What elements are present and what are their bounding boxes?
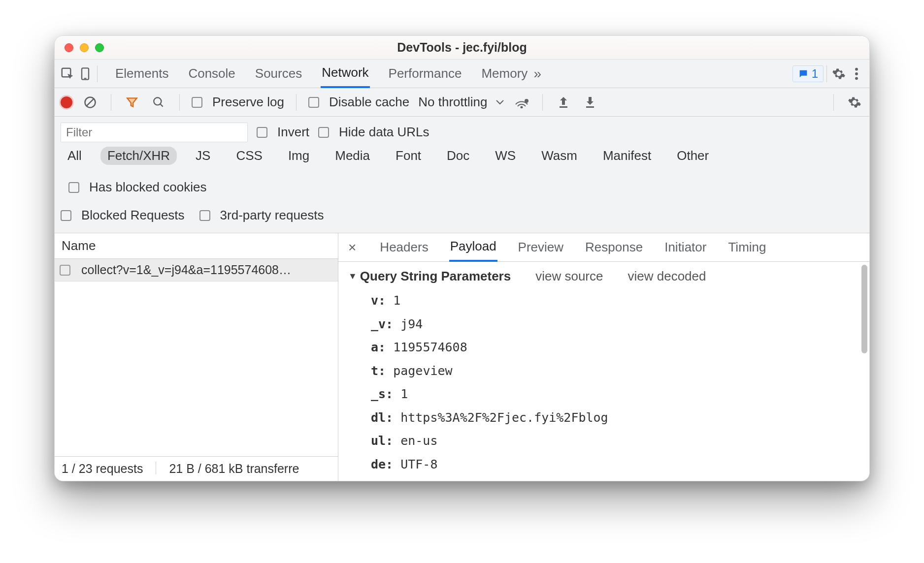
type-filter-media[interactable]: Media xyxy=(328,147,377,165)
window-title: DevTools - jec.fyi/blog xyxy=(55,40,869,55)
hide-data-urls-checkbox[interactable]: Hide data URLs xyxy=(318,122,429,143)
type-filter-font[interactable]: Font xyxy=(389,147,428,165)
query-param-row: ul: en-us xyxy=(371,429,858,453)
param-value: pageview xyxy=(393,364,452,378)
type-filter-other[interactable]: Other xyxy=(670,147,716,165)
svg-rect-12 xyxy=(560,106,567,108)
type-filter-doc[interactable]: Doc xyxy=(440,147,476,165)
query-param-row: _v: j94 xyxy=(371,313,858,336)
type-filter-ws[interactable]: WS xyxy=(488,147,523,165)
chevron-down-icon xyxy=(496,100,504,105)
type-filter-css[interactable]: CSS xyxy=(229,147,269,165)
param-key: _s: xyxy=(371,387,393,401)
window-close-button[interactable] xyxy=(65,43,73,52)
upload-har-icon[interactable] xyxy=(555,94,572,111)
type-filter-all[interactable]: All xyxy=(61,147,89,165)
detail-tab-initiator[interactable]: Initiator xyxy=(663,234,707,261)
query-param-row: de: UTF-8 xyxy=(371,453,858,476)
query-param-row: _s: 1 xyxy=(371,382,858,406)
hide-data-urls-label: Hide data URLs xyxy=(339,125,429,140)
view-source-link[interactable]: view source xyxy=(535,269,603,284)
blocked-requests-label: Blocked Requests xyxy=(81,208,185,223)
disable-cache-label: Disable cache xyxy=(329,94,409,110)
query-param-row: v: 1 xyxy=(371,289,858,313)
type-filter-js[interactable]: JS xyxy=(189,147,217,165)
param-value: j94 xyxy=(400,317,423,331)
requests-count: 1 / 23 requests xyxy=(62,462,143,476)
svg-point-11 xyxy=(525,99,528,103)
detail-tab-payload[interactable]: Payload xyxy=(449,233,497,262)
clear-icon[interactable] xyxy=(81,94,99,111)
query-param-row: a: 1195574608 xyxy=(371,336,858,359)
request-row[interactable]: collect?v=1&_v=j94&a=1195574608… xyxy=(55,259,338,282)
third-party-label: 3rd-party requests xyxy=(220,208,324,223)
name-column-header[interactable]: Name xyxy=(55,233,338,259)
param-key: ul: xyxy=(371,434,393,448)
network-conditions-icon[interactable] xyxy=(513,94,530,111)
has-blocked-cookies-checkbox[interactable]: Has blocked cookies xyxy=(68,177,206,198)
download-har-icon[interactable] xyxy=(581,94,599,111)
tab-network[interactable]: Network xyxy=(321,59,369,88)
detail-tab-timing[interactable]: Timing xyxy=(727,234,767,261)
section-title: Query String Parameters xyxy=(360,269,511,284)
svg-point-4 xyxy=(855,72,858,75)
preserve-log-label: Preserve log xyxy=(212,94,284,110)
section-toggle[interactable]: ▼ Query String Parameters xyxy=(348,269,511,284)
view-decoded-link[interactable]: view decoded xyxy=(627,269,706,284)
transferred-size: 21 B / 681 kB transferre xyxy=(169,462,299,476)
search-icon[interactable] xyxy=(150,94,167,111)
invert-checkbox[interactable]: Invert xyxy=(257,122,309,143)
titlebar: DevTools - jec.fyi/blog xyxy=(55,36,869,60)
svg-point-5 xyxy=(855,77,858,80)
detail-tab-headers[interactable]: Headers xyxy=(379,234,429,261)
tab-sources[interactable]: Sources xyxy=(254,60,303,87)
tab-console[interactable]: Console xyxy=(187,60,236,87)
device-toggle-icon[interactable] xyxy=(76,65,94,83)
record-button[interactable] xyxy=(61,96,72,108)
more-tabs-button[interactable]: » xyxy=(528,65,546,83)
param-key: v: xyxy=(371,293,386,308)
type-filter-manifest[interactable]: Manifest xyxy=(596,147,658,165)
request-list-pane: Name collect?v=1&_v=j94&a=1195574608… 1 … xyxy=(55,233,338,481)
preserve-log-checkbox[interactable]: Preserve log xyxy=(192,92,284,113)
throttling-select[interactable]: No throttling xyxy=(418,94,504,110)
query-param-row: dl: https%3A%2F%2Fjec.fyi%2Fblog xyxy=(371,406,858,430)
scrollbar[interactable] xyxy=(861,265,867,353)
type-filter-img[interactable]: Img xyxy=(281,147,316,165)
param-key: t: xyxy=(371,364,386,378)
settings-icon[interactable] xyxy=(830,65,848,83)
detail-tab-preview[interactable]: Preview xyxy=(517,234,564,261)
filter-input[interactable] xyxy=(61,123,248,142)
filter-icon[interactable] xyxy=(123,94,141,111)
type-filter-wasm[interactable]: Wasm xyxy=(534,147,584,165)
filter-bar: Invert Hide data URLs xyxy=(55,117,869,144)
tab-elements[interactable]: Elements xyxy=(114,60,169,87)
param-value: 1 xyxy=(400,387,408,401)
param-value: 1195574608 xyxy=(393,340,467,354)
svg-rect-13 xyxy=(586,106,594,108)
kebab-menu-icon[interactable] xyxy=(848,65,865,83)
param-value: en-us xyxy=(400,434,437,448)
param-value: 1 xyxy=(393,293,400,308)
main-tabstrip: ElementsConsoleSourcesNetworkPerformance… xyxy=(55,60,869,88)
disable-cache-checkbox[interactable]: Disable cache xyxy=(308,92,409,113)
third-party-checkbox[interactable]: 3rd-party requests xyxy=(199,205,324,226)
inspect-icon[interactable] xyxy=(59,65,76,83)
param-value: https%3A%2F%2Fjec.fyi%2Fblog xyxy=(400,410,608,425)
tab-performance[interactable]: Performance xyxy=(388,60,463,87)
triangle-down-icon: ▼ xyxy=(348,271,357,282)
blocked-requests-checkbox[interactable]: Blocked Requests xyxy=(61,205,185,226)
close-detail-button[interactable]: × xyxy=(348,240,356,255)
query-param-row: t: pageview xyxy=(371,359,858,383)
tab-memory[interactable]: Memory xyxy=(480,60,528,87)
svg-point-3 xyxy=(855,67,858,70)
extra-filter-row: Blocked Requests 3rd-party requests xyxy=(55,203,869,233)
window-zoom-button[interactable] xyxy=(95,43,104,52)
issues-badge[interactable]: 1 xyxy=(792,65,824,82)
type-filter-fetch-xhr[interactable]: Fetch/XHR xyxy=(100,147,177,165)
divider xyxy=(826,65,827,82)
window-minimize-button[interactable] xyxy=(80,43,89,52)
detail-tab-response[interactable]: Response xyxy=(584,234,644,261)
network-settings-icon[interactable] xyxy=(846,94,863,111)
request-row-checkbox[interactable] xyxy=(60,265,70,276)
